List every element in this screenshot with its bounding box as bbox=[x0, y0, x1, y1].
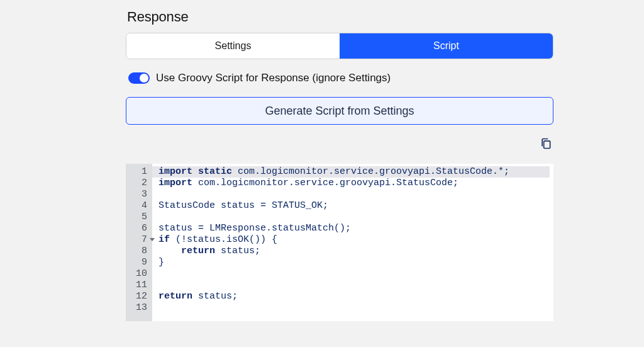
line-gutter: 12345678910111213 bbox=[126, 164, 152, 321]
toggle-row: Use Groovy Script for Response (ignore S… bbox=[128, 72, 555, 84]
line-number: 3 bbox=[126, 189, 148, 200]
toggle-knob bbox=[140, 74, 148, 82]
line-number: 10 bbox=[126, 268, 148, 280]
code-line[interactable] bbox=[158, 212, 550, 223]
code-area[interactable]: import static com.logicmonitor.service.g… bbox=[152, 164, 553, 321]
line-number: 12 bbox=[126, 291, 148, 302]
line-number: 4 bbox=[126, 200, 148, 212]
tab-script[interactable]: Script bbox=[340, 33, 553, 59]
generate-script-button[interactable]: Generate Script from Settings bbox=[126, 97, 553, 125]
use-groovy-toggle[interactable] bbox=[128, 72, 150, 84]
tab-settings[interactable]: Settings bbox=[126, 33, 340, 59]
code-line[interactable]: return status; bbox=[158, 291, 550, 302]
code-line[interactable]: status = LMResponse.statusMatch(); bbox=[158, 223, 550, 234]
code-line[interactable] bbox=[158, 302, 550, 314]
line-number: 11 bbox=[126, 280, 148, 291]
code-line[interactable]: StatusCode status = STATUS_OK; bbox=[158, 200, 550, 212]
code-editor[interactable]: 12345678910111213 import static com.logi… bbox=[126, 164, 553, 321]
code-line[interactable]: if (!status.isOK()) { bbox=[158, 234, 550, 246]
code-line[interactable]: import static com.logicmonitor.service.g… bbox=[152, 166, 550, 178]
section-title: Response bbox=[127, 9, 555, 25]
line-number: 2 bbox=[126, 178, 148, 189]
line-number: 1 bbox=[126, 166, 148, 178]
code-line[interactable]: } bbox=[158, 257, 550, 268]
page-root: Response Settings Script Use Groovy Scri… bbox=[0, 0, 644, 347]
line-number: 9 bbox=[126, 257, 148, 268]
code-line[interactable] bbox=[158, 268, 550, 280]
code-line[interactable] bbox=[158, 189, 550, 200]
code-line[interactable] bbox=[158, 280, 550, 291]
copy-icon[interactable] bbox=[538, 136, 553, 151]
response-section: Response Settings Script Use Groovy Scri… bbox=[126, 9, 555, 321]
line-number: 6 bbox=[126, 223, 148, 234]
tabs: Settings Script bbox=[126, 33, 553, 59]
toggle-label: Use Groovy Script for Response (ignore S… bbox=[156, 72, 391, 84]
line-number: 5 bbox=[126, 212, 148, 223]
line-number: 7 bbox=[126, 234, 148, 246]
svg-rect-0 bbox=[544, 141, 550, 149]
line-number: 8 bbox=[126, 246, 148, 257]
code-line[interactable]: return status; bbox=[158, 246, 550, 257]
editor-toolbar bbox=[126, 136, 553, 151]
line-number: 13 bbox=[126, 302, 148, 314]
code-line[interactable]: import com.logicmonitor.service.groovyap… bbox=[158, 178, 550, 189]
